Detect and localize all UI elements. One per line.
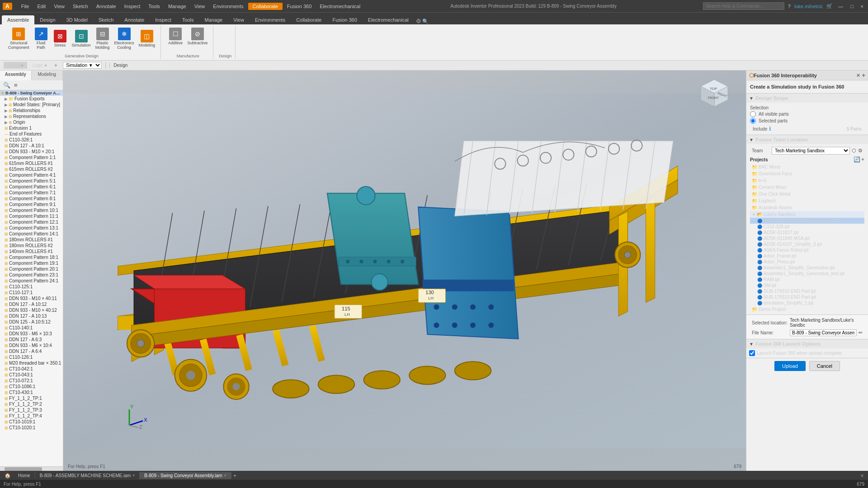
file-name-input[interactable] <box>790 329 857 336</box>
project-file-adsk-011845[interactable]: 🔵 ADSK-011845 MSA.ipt <box>750 235 864 241</box>
tree-item-root[interactable]: ⊞ B-809 - Swing Conveyor Assembly.ia <box>0 90 63 96</box>
tree-item-model-states[interactable]: ▶ ⊞ Model States: [Primary] <box>0 102 63 108</box>
tree-item-615-rollers-1[interactable]: ⊞ 615mm ROLLERS #1 <box>0 160 63 166</box>
project-file-sub179310-end2[interactable]: 🔵 SUB-179310 END Part.ipt <box>750 294 864 300</box>
minimize-btn[interactable]: — <box>836 4 845 9</box>
ribbon-btn-simulation[interactable]: ⊡ Simulation <box>70 28 93 49</box>
tree-item-comp-pattern-5[interactable]: ⊞ Component Pattern 5:1 <box>0 178 63 184</box>
tree-item-origin[interactable]: ▶ ⊕ Origin <box>0 119 63 125</box>
tree-item-comp-pattern-7[interactable]: ⊞ Component Pattern 7:1 <box>0 190 63 196</box>
tree-item-comp-pattern-12[interactable]: ⊞ Component Pattern 12:1 <box>0 219 63 225</box>
tree-item-comp-pattern-8[interactable]: ⊞ Component Pattern 8:1 <box>0 196 63 202</box>
menu-manage[interactable]: Manage <box>165 3 190 10</box>
tree-scrollbar[interactable] <box>0 466 63 471</box>
tree-item-ddn933-40-11[interactable]: ⊞ DDN 933 - M10 × 40:11 <box>0 296 63 301</box>
sub-tab-logic-close[interactable]: × <box>44 63 47 68</box>
ribbon-settings-icon[interactable]: ⚙ <box>416 18 421 24</box>
right-panel-add-btn[interactable]: + <box>862 72 865 79</box>
ribbon-tab-collaborate[interactable]: Collaborate <box>291 15 327 24</box>
launch-fusion-checkbox[interactable] <box>749 350 755 356</box>
user-label[interactable]: luke.mihelcic <box>794 4 823 9</box>
project-file-sm[interactable]: 🔵 SM.ipt <box>750 282 864 288</box>
ribbon-btn-structural-component[interactable]: ⊞ StructuralComponent <box>6 26 31 51</box>
tree-item-c110-126[interactable]: ⊞ C110-126:1 <box>0 354 63 360</box>
tree-item-comp-pattern-13[interactable]: ⊞ Component Pattern 13:1 <box>0 225 63 231</box>
project-cement-mixer[interactable]: 📁 Cement Mixer <box>750 184 864 191</box>
tree-item-representations[interactable]: ▶ ⊞ Representations <box>0 113 63 119</box>
project-file-sim-simplify[interactable]: 🔵 simulation_Simplify_1.ipt <box>750 300 864 306</box>
ribbon-tab-sketch[interactable]: Sketch <box>93 15 119 24</box>
project-file-sub179310-end[interactable]: 🔵 SUB-179310 END Part.ipt <box>750 288 864 294</box>
team-expand-icon[interactable]: ⬡ <box>852 148 856 154</box>
project-file-assembly1-gen[interactable]: 🔵 Assembly1_Simplify_Generative.ipt <box>750 265 864 271</box>
viewport[interactable]: 115 LH 130 LH <box>63 70 746 471</box>
project-file-adsk-011827[interactable]: 🔵 ADSK-011827.ipt <box>750 230 864 235</box>
tab-close-assembly-machine[interactable]: × <box>132 473 135 478</box>
ribbon-btn-subtractive[interactable]: ⊘ Subtractive <box>185 26 209 47</box>
menu-inspect[interactable]: Inspect <box>121 3 144 10</box>
tree-item-ct10-1086[interactable]: ⊞ CT10-1086:1 <box>0 384 63 389</box>
all-visible-radio[interactable] <box>750 111 756 117</box>
menu-edit[interactable]: Edit <box>33 3 49 10</box>
project-file-adsk-014167[interactable]: 🔵 ADSK-014167_Simplify_3.ipt <box>750 241 864 247</box>
tree-item-ddn127-a10-12[interactable]: ⊞ DDN 127 - A 10:12 <box>0 301 63 307</box>
tree-item-ddn127-a6-4[interactable]: ⊞ DDN 127 - A 6:4 <box>0 348 63 354</box>
sub-tab-logic[interactable]: Logic × <box>29 62 51 69</box>
tree-item-c110-328[interactable]: ⊞ C110-328:1 <box>0 137 63 143</box>
tree-item-comp-pattern-4[interactable]: ⊞ Component Pattern 4:1 <box>0 172 63 178</box>
menu-annotate[interactable]: Annotate <box>93 3 120 10</box>
tree-item-comp-pattern-6[interactable]: ⊞ Component Pattern 6:1 <box>0 184 63 190</box>
project-logitech[interactable]: 📁 Logitech <box>750 197 864 204</box>
ribbon-search-icon[interactable]: 🔍 <box>422 19 429 24</box>
bottom-tab-assembly-machine[interactable]: B-809 - ASSEMBLY MACHINE SCHEME.iam × <box>35 472 140 479</box>
search-tree-icon[interactable]: 🔍 <box>2 81 12 89</box>
selected-parts-radio[interactable] <box>750 118 756 124</box>
tree-menu-icon[interactable]: ≡ <box>13 81 19 89</box>
project-file-arbor-frame[interactable]: 🔵 Arbor_Frame.ipt <box>750 253 864 259</box>
panel-tab-assembly[interactable]: Assembly <box>0 70 32 80</box>
project-bac-mono[interactable]: 📁 BAC Mono <box>750 164 864 170</box>
project-file-b809-asm[interactable]: 🔵 B-809 - Swing Conveyor Assembly .ipt <box>750 218 864 224</box>
tree-item-ddn127-a10-1[interactable]: ⊞ DDN 127 - A 10:1 <box>0 143 63 149</box>
help-icon[interactable]: ? <box>788 4 791 9</box>
ribbon-btn-additive[interactable]: ☐ Additive <box>166 26 184 47</box>
tree-item-comp-pattern-14[interactable]: ⊞ Component Pattern 14:1 <box>0 231 63 237</box>
project-autodesk-assets[interactable]: 📁 Autodesk Assets <box>750 204 864 211</box>
menu-electromechanical[interactable]: Electromechanical <box>316 3 364 10</box>
tree-item-c110-140[interactable]: ⊞ C110-140:1 <box>0 325 63 331</box>
project-demo[interactable]: 📁 Demo Project <box>750 306 864 313</box>
new-tab-button[interactable]: + <box>231 472 239 479</box>
cancel-button[interactable]: Cancel <box>809 361 840 371</box>
tree-item-ddn933-m10-20-1[interactable]: ⊞ DDN 933 - M10 × 20:1 <box>0 149 63 155</box>
team-select[interactable]: Tech Marketing Sandbox <box>772 147 850 155</box>
tree-item-comp-pattern-19[interactable]: ⊞ Component Pattern 19:1 <box>0 260 63 266</box>
project-greenheck-fans[interactable]: 📁 Greenheck Fans <box>750 170 864 177</box>
tree-item-180-rollers-1[interactable]: ⊞ 180mm ROLLERS #1 <box>0 237 63 243</box>
menu-sketch[interactable]: Sketch <box>69 3 92 10</box>
tree-item-comp-pattern-1[interactable]: ⊞ Component Pattern 1:1 <box>0 155 63 160</box>
tree-item-comp-pattern-23[interactable]: ⊞ Component Pattern 23:1 <box>0 272 63 278</box>
ribbon-tab-electromechanical[interactable]: Electromechanical <box>363 15 414 24</box>
tree-item-ct10-042[interactable]: ⊞ CT10-042:1 <box>0 366 63 372</box>
tree-item-fy-tp3[interactable]: ⊞ FY_1_1_2_TP:3 <box>0 407 63 413</box>
project-bb[interactable]: 📁 b+b <box>750 177 864 184</box>
ribbon-tab-fusion360[interactable]: Fusion 360 <box>327 15 362 24</box>
panel-tab-modeling[interactable]: Modeling <box>32 70 63 80</box>
tree-item-fy-tp2[interactable]: ⊞ FY_1_1_2_TP:2 <box>0 401 63 407</box>
tree-item-c110-125[interactable]: ⊞ C110-125:1 <box>0 284 63 290</box>
projects-add-icon[interactable]: + <box>861 156 864 163</box>
team-settings-icon[interactable]: ⚙ <box>858 148 863 154</box>
ribbon-tab-design[interactable]: Design <box>34 15 61 24</box>
ribbon-btn-stress[interactable]: ⊠ Stress <box>51 28 69 49</box>
tree-item-ct10-430[interactable]: ⊞ CT10-430:1 <box>0 389 63 395</box>
projects-refresh-icon[interactable]: 🔄 <box>854 156 860 163</box>
tree-item-comp-pattern-20[interactable]: ⊞ Component Pattern 20:1 <box>0 266 63 272</box>
project-file-ram[interactable]: 🔵 RAM.ipt <box>750 277 864 282</box>
tree-item-comp-pattern-24[interactable]: ⊞ Component Pattern 24:1 <box>0 278 63 284</box>
project-file-aska-fanuc[interactable]: 🔵 ASKA Fanuc Robot.ipt <box>750 247 864 253</box>
menu-collaborate[interactable]: Collaborate <box>248 3 283 10</box>
ribbon-btn-electronics-cooling[interactable]: ❄ ElectronicsCooling <box>113 26 136 51</box>
tab-options-icon[interactable]: ≡ <box>861 473 866 478</box>
menu-tools[interactable]: Tools <box>145 3 164 10</box>
tree-item-180-rollers-2[interactable]: ⊞ 180mm ROLLERS #2 <box>0 243 63 249</box>
